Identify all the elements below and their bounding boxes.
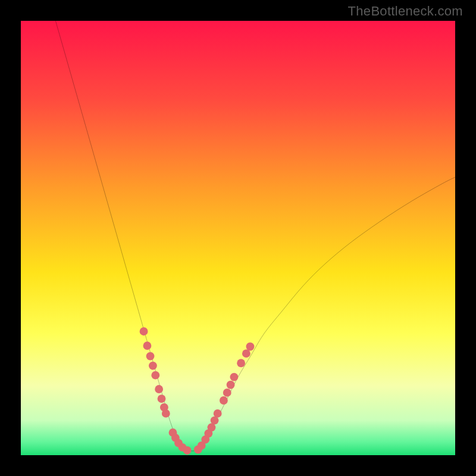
data-point xyxy=(223,389,231,397)
outer-frame: TheBottleneck.com xyxy=(0,0,476,476)
data-point xyxy=(155,385,163,393)
data-point xyxy=(183,446,192,455)
data-point xyxy=(151,371,159,380)
data-point xyxy=(143,342,151,350)
data-point xyxy=(242,349,250,358)
data-point xyxy=(237,359,245,367)
watermark-text: TheBottleneck.com xyxy=(348,4,463,19)
data-point xyxy=(149,362,157,370)
data-point xyxy=(214,409,222,418)
data-point xyxy=(220,396,228,405)
data-point xyxy=(246,343,255,351)
data-point xyxy=(230,373,238,381)
data-point xyxy=(158,394,166,403)
points-group xyxy=(140,327,255,455)
data-point xyxy=(146,352,155,361)
bottleneck-curve xyxy=(55,21,455,451)
data-point xyxy=(227,381,235,389)
curve-layer xyxy=(21,21,455,455)
curves-group xyxy=(55,21,455,451)
data-point xyxy=(140,327,148,336)
plot-area xyxy=(21,21,455,455)
data-point xyxy=(162,409,170,418)
